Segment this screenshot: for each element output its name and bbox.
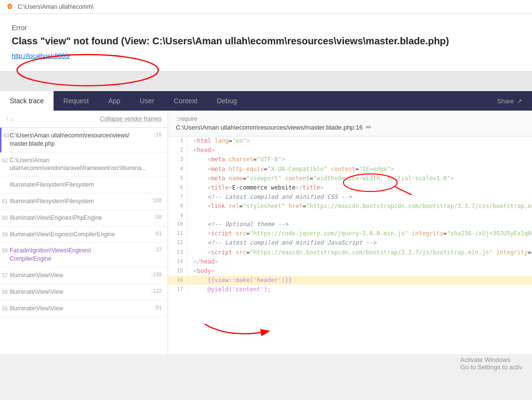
tab-app[interactable]: App <box>98 91 130 111</box>
code-header: ::require C:\Users\Aman ullah\ecomm\reso… <box>168 111 532 136</box>
code-line-12: 12 <!-- Latest compiled and minified Jav… <box>168 238 532 248</box>
stack-panel: ↑ ↓ Collapse vendor frames 63 :16 C:\Use… <box>0 111 168 354</box>
code-filepath: C:\Users\Aman ullah\ecomm\resources/view… <box>176 123 372 131</box>
code-line-13: 13 <script src="https://maxcdn.bootstrap… <box>168 248 532 257</box>
tab-user[interactable]: User <box>130 91 164 111</box>
code-line-17: 17 @yield('content'); <box>168 285 532 294</box>
sort-arrows[interactable]: ↑ ↓ <box>6 115 14 122</box>
stack-frame-61[interactable]: 61 :108 Illuminate\Filesystem\Filesystem <box>0 193 168 210</box>
tab-context[interactable]: Context <box>164 91 207 111</box>
stack-frame-56[interactable]: 56 :122 Illuminate\View\View <box>0 284 168 301</box>
stack-frame-59[interactable]: 59 :61 Illuminate\View\Engines\CompilerE… <box>0 227 168 243</box>
down-arrow-icon[interactable]: ↓ <box>11 115 14 122</box>
code-line-3: 3 <meta charset="UTF-8"> <box>168 155 532 164</box>
top-bar: C:\Users\Aman ullah\ecomm\ <box>0 0 532 14</box>
tab-request[interactable]: Request <box>54 91 98 111</box>
code-line-4: 4 <meta http-equiv="X-UA-Compatible" con… <box>168 165 532 174</box>
code-view: 1 <html lang="en"> 2 <head> 3 <meta char… <box>168 136 532 295</box>
code-line-10: 10 <!-- Optional theme --> <box>168 220 532 229</box>
code-line-16: 16 {{view::make('header')}} <box>168 276 532 285</box>
code-line-8: 8 <link rel="stylesheet" href="https://m… <box>168 202 532 211</box>
stack-header: ↑ ↓ Collapse vendor frames <box>0 111 168 128</box>
svg-point-3 <box>343 174 397 191</box>
error-message: Class "view" not found (View: C:\Users\A… <box>12 35 520 47</box>
annotation-arrow-1 <box>341 173 399 197</box>
error-url[interactable]: http://localhost:8000/ <box>12 52 70 59</box>
code-line-9: 9 <box>168 211 532 220</box>
top-bar-path: C:\Users\Aman ullah\ecomm\ <box>18 3 94 10</box>
code-panel: ::require C:\Users\Aman ullah\ecomm\reso… <box>168 111 532 354</box>
stack-frame-63[interactable]: 63 :16 C:\Users\Aman ullah\ecomm\resourc… <box>0 128 168 152</box>
stack-frame-62[interactable]: 62 C:\Users\Amanullah\ecomm\vendor\larav… <box>0 152 168 177</box>
stack-frame-58[interactable]: 58 :37 Facade\Ignition\Views\Engines\Com… <box>0 243 168 267</box>
up-arrow-icon[interactable]: ↑ <box>6 115 9 122</box>
tab-stack-trace[interactable]: Stack trace <box>0 91 54 111</box>
gray-divider <box>0 72 532 91</box>
stack-frame-55[interactable]: 55 :91 Illuminate\View\View <box>0 301 168 317</box>
code-line-14: 14 </head> <box>168 257 532 267</box>
code-line-11: 11 <script src="https://code.jquery.com/… <box>168 229 532 238</box>
laravel-icon <box>6 3 14 11</box>
tab-bar: Stack trace Request App User Context Deb… <box>0 91 532 111</box>
code-line-15: 15 <body> <box>168 267 532 276</box>
code-line-1: 1 <html lang="en"> <box>168 136 532 146</box>
error-label: Error <box>12 24 520 32</box>
stack-frame-illuminate-fs-1[interactable]: Illuminate\Filesystem\Filesystem <box>0 177 168 193</box>
code-line-2: 2 <head> <box>168 146 532 155</box>
stack-frame-60[interactable]: 60 :58 Illuminate\View\Engines\PhpEngine <box>0 210 168 227</box>
collapse-vendor-button[interactable]: Collapse vendor frames <box>100 115 162 122</box>
tab-debug[interactable]: Debug <box>207 91 247 111</box>
main-content: ↑ ↓ Collapse vendor frames 63 :16 C:\Use… <box>0 111 532 354</box>
code-require-label: ::require <box>176 115 372 122</box>
tab-share[interactable]: Share ↗ <box>487 91 532 111</box>
share-icon: ↗ <box>517 97 522 105</box>
stack-frame-57[interactable]: 57 :139 Illuminate\View\View <box>0 267 168 284</box>
error-header: Error Class "view" not found (View: C:\U… <box>0 14 532 72</box>
edit-icon[interactable]: ✏ <box>366 123 372 131</box>
